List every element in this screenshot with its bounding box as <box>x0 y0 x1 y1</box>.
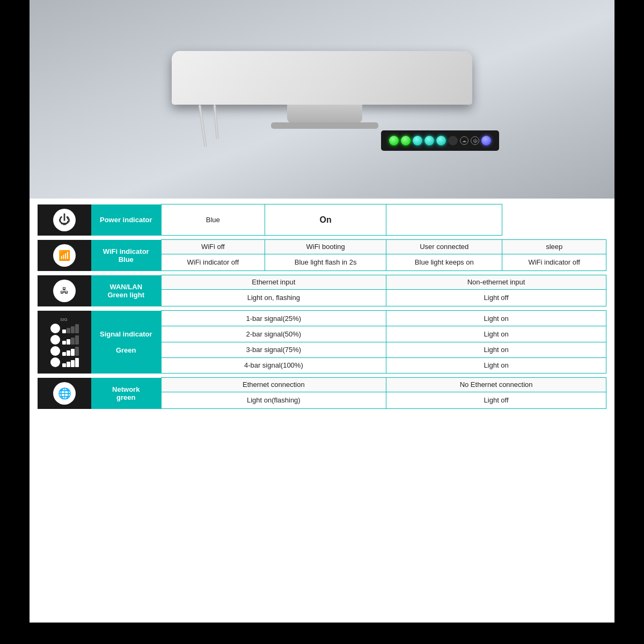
wanlan-col1-value: Light on, flashing <box>161 289 386 306</box>
wifi-col1-header: WiFi off <box>161 240 265 254</box>
indicator-panel: ☁ ⏻ <box>381 130 499 151</box>
signal-1-label: 1-bar signal(25%) <box>161 311 386 326</box>
power-color: Blue <box>161 204 265 236</box>
page-container: ☁ ⏻ ⏻ <box>30 0 614 623</box>
signal-icon-cell: SIG <box>38 311 91 374</box>
led-1 <box>389 136 399 145</box>
signal-3-label: 3-bar signal(75%) <box>161 342 386 357</box>
router-device: ☁ ⏻ <box>172 51 472 105</box>
signal-2-value: Light on <box>386 326 606 342</box>
led-4 <box>425 136 434 145</box>
wifi-label: WiFi indicatorBlue <box>91 240 161 271</box>
wifi-col4-value: WiFi indicator off <box>502 254 606 270</box>
spacer-1 <box>38 236 606 240</box>
power-status: On <box>265 204 386 236</box>
signal-4-label: 4-bar signal(100%) <box>161 357 386 373</box>
signal-1-value: Light on <box>386 311 606 326</box>
led-6 <box>448 136 458 145</box>
indicator-table-section: ⏻ Power indicator Blue On <box>30 199 614 414</box>
indicator-table: ⏻ Power indicator Blue On <box>38 204 606 409</box>
signal-2-label: 2-bar signal(50%) <box>161 326 386 342</box>
spacer-4 <box>38 374 606 378</box>
wifi-col3-value: Blue light keeps on <box>386 254 502 270</box>
spacer-3 <box>38 306 606 311</box>
wanlan-col2-header: Non-ethernet input <box>386 275 606 290</box>
power-empty <box>386 204 502 236</box>
power-row: ⏻ Power indicator Blue On <box>38 204 606 236</box>
wanlan-col2-value: Light off <box>386 289 606 306</box>
led-2 <box>401 136 411 145</box>
led-5 <box>436 136 446 145</box>
wifi-col2-value: Blue light flash in 2s <box>265 254 386 270</box>
wanlan-icon-cell: 🖧 <box>38 275 91 306</box>
router-stand <box>287 105 362 123</box>
wanlan-col1-header: Ethernet input <box>161 275 386 290</box>
spacer-2 <box>38 271 606 275</box>
signal-3-value: Light on <box>386 342 606 357</box>
product-photo: ☁ ⏻ <box>30 0 614 199</box>
router-base <box>271 122 378 129</box>
power-icon-indicator: ⏻ <box>471 136 479 145</box>
signal-row-1: SIG <box>38 311 606 326</box>
led-3 <box>413 136 422 145</box>
wifi-col1-value: WiFi indicator off <box>161 254 265 270</box>
wifi-col3-header: User connected <box>386 240 502 254</box>
network-col1-header: Ethernet connection <box>161 378 386 392</box>
power-icon-cell: ⏻ <box>38 204 91 236</box>
wifi-header-row: 📶 WiFi indicatorBlue WiFi off WiFi booti… <box>38 240 606 254</box>
signal-label: Signal indicatorGreen <box>91 311 161 374</box>
wifi-icon-indicator: ☁ <box>460 136 469 145</box>
wifi-icon-cell: 📶 <box>38 240 91 271</box>
network-header-row: 🌐 Networkgreen Ethernet connection No Et… <box>38 378 606 392</box>
network-col2-value: Light off <box>386 392 606 408</box>
wanlan-label: WAN/LANGreen light <box>91 275 161 306</box>
network-label: Networkgreen <box>91 378 161 409</box>
signal-4-value: Light on <box>386 357 606 373</box>
wifi-col2-header: WiFi booting <box>265 240 386 254</box>
network-col2-header: No Ethernet connection <box>386 378 606 392</box>
wifi-col4-header: sleep <box>502 240 606 254</box>
power-label: Power indicator <box>91 204 161 236</box>
wanlan-header-row: 🖧 WAN/LANGreen light Ethernet input Non-… <box>38 275 606 290</box>
network-col1-value: Light on(flashing) <box>161 392 386 408</box>
led-7 <box>481 136 491 145</box>
network-icon-cell: 🌐 <box>38 378 91 409</box>
